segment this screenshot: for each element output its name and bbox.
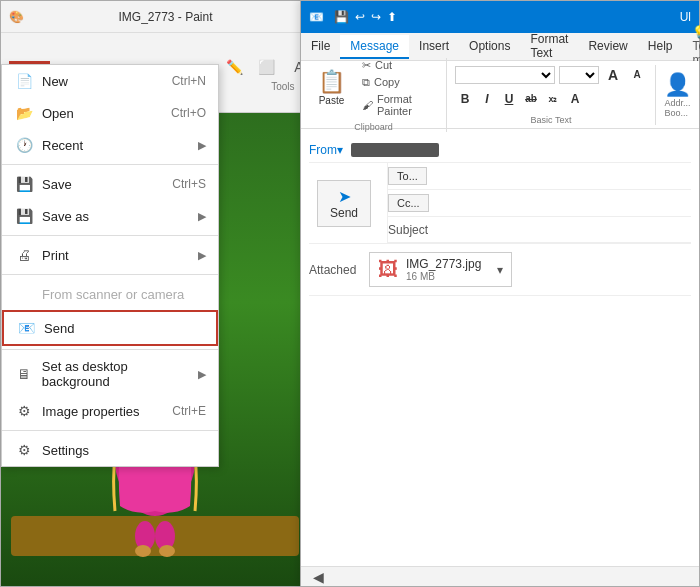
outlook-title: Ul bbox=[403, 10, 691, 24]
outlook-ribbon: 📋 Paste ✂ Cut ⧉ Copy 🖌 Format Painter bbox=[301, 61, 699, 129]
menu-item-save[interactable]: 💾 Save Ctrl+S bbox=[2, 168, 218, 200]
tab-options[interactable]: Options bbox=[459, 35, 520, 59]
send-button[interactable]: ➤ Send bbox=[317, 180, 371, 227]
paste-label: Paste bbox=[319, 95, 345, 106]
pencil-icon[interactable]: ✏️ bbox=[221, 53, 249, 81]
to-row: To... bbox=[388, 163, 691, 190]
menu-item-image-props[interactable]: ⚙ Image properties Ctrl+E bbox=[2, 395, 218, 427]
cut-button[interactable]: ✂ Cut bbox=[358, 58, 438, 73]
save-as-icon: 💾 bbox=[14, 206, 34, 226]
menu-item-settings[interactable]: ⚙ Settings bbox=[2, 434, 218, 466]
font-color-button[interactable]: A bbox=[565, 89, 585, 109]
format-painter-icon: 🖌 bbox=[362, 99, 373, 111]
scroll-left-icon[interactable]: ◀ bbox=[309, 569, 328, 585]
text-format-group: A A B I U ab x₂ A Basic Text bbox=[455, 65, 656, 125]
send-fields: To... Cc... Subject bbox=[388, 163, 691, 243]
cc-field[interactable] bbox=[433, 196, 691, 210]
menu-item-open[interactable]: 📂 Open Ctrl+O bbox=[2, 97, 218, 129]
paint-titlebar: 🎨 IMG_2773 - Paint bbox=[1, 1, 309, 33]
separator-5 bbox=[2, 430, 218, 431]
desktop-arrow: ▶ bbox=[198, 368, 206, 381]
format-buttons: B I U ab x₂ A bbox=[455, 89, 647, 109]
recent-arrow: ▶ bbox=[198, 139, 206, 152]
send-menu-label: Send bbox=[44, 321, 74, 336]
tab-review[interactable]: Review bbox=[578, 35, 637, 59]
tab-file[interactable]: File bbox=[301, 35, 340, 59]
svg-point-7 bbox=[159, 545, 175, 557]
paint-title: IMG_2773 - Paint bbox=[30, 10, 301, 24]
strikethrough-button[interactable]: ab bbox=[521, 89, 541, 109]
svg-point-6 bbox=[135, 545, 151, 557]
copy-label: Copy bbox=[374, 76, 400, 88]
compose-body[interactable] bbox=[309, 296, 691, 558]
file-menu: 📄 New Ctrl+N 📂 Open Ctrl+O 🕐 Recent ▶ 💾 … bbox=[1, 64, 219, 467]
paint-app-icon: 🎨 bbox=[9, 10, 24, 24]
recent-label: Recent bbox=[42, 138, 83, 153]
font-shrink-button[interactable]: A bbox=[627, 65, 647, 85]
menu-item-desktop[interactable]: 🖥 Set as desktop background ▶ bbox=[2, 353, 218, 395]
save-as-label: Save as bbox=[42, 209, 89, 224]
settings-icon: ⚙ bbox=[14, 440, 34, 460]
outlook-undo-icon[interactable]: ↩ bbox=[355, 10, 365, 24]
to-field[interactable] bbox=[431, 169, 691, 183]
paint-window: 🎨 IMG_2773 - Paint File View 💾 ↩ ↪ ✏️ ⬜ … bbox=[0, 0, 310, 587]
menu-item-new[interactable]: 📄 New Ctrl+N bbox=[2, 65, 218, 97]
subscript-button[interactable]: x₂ bbox=[543, 89, 563, 109]
underline-button[interactable]: U bbox=[499, 89, 519, 109]
new-label: New bbox=[42, 74, 68, 89]
font-size-dropdown[interactable] bbox=[559, 66, 599, 84]
bold-button[interactable]: B bbox=[455, 89, 475, 109]
separator-3 bbox=[2, 274, 218, 275]
outlook-save-icon[interactable]: 💾 bbox=[334, 10, 349, 24]
menu-item-send[interactable]: 📧 Send bbox=[2, 310, 218, 346]
send-to-block: ➤ Send To... Cc... Subject bbox=[309, 163, 691, 244]
italic-button[interactable]: I bbox=[477, 89, 497, 109]
cc-button[interactable]: Cc... bbox=[388, 194, 429, 212]
attachment-box[interactable]: 🖼 IMG_2773.jpg 16 MB ▾ bbox=[369, 252, 512, 287]
from-dropdown[interactable]: From▾ bbox=[309, 143, 343, 157]
separator-2 bbox=[2, 235, 218, 236]
address-book-label: Addr...Boo... bbox=[664, 98, 690, 118]
open-label: Open bbox=[42, 106, 74, 121]
copy-button[interactable]: ⧉ Copy bbox=[358, 75, 438, 90]
from-email: **redacted**@m bbox=[351, 143, 439, 157]
open-shortcut: Ctrl+O bbox=[171, 106, 206, 120]
tab-help[interactable]: Help bbox=[638, 35, 683, 59]
font-selector: A A bbox=[455, 65, 647, 85]
image-props-icon: ⚙ bbox=[14, 401, 34, 421]
cut-label: Cut bbox=[375, 59, 392, 71]
subject-field[interactable] bbox=[448, 223, 691, 237]
separator-1 bbox=[2, 164, 218, 165]
separator-4 bbox=[2, 349, 218, 350]
scanner-icon bbox=[14, 284, 34, 304]
outlook-redo-icon[interactable]: ↪ bbox=[371, 10, 381, 24]
new-icon: 📄 bbox=[14, 71, 34, 91]
image-props-label: Image properties bbox=[42, 404, 140, 419]
to-button[interactable]: To... bbox=[388, 167, 427, 185]
tab-insert[interactable]: Insert bbox=[409, 35, 459, 59]
recent-icon: 🕐 bbox=[14, 135, 34, 155]
menu-item-recent[interactable]: 🕐 Recent ▶ bbox=[2, 129, 218, 161]
tab-message[interactable]: Message bbox=[340, 35, 409, 59]
settings-label: Settings bbox=[42, 443, 89, 458]
save-menu-icon: 💾 bbox=[14, 174, 34, 194]
subject-row: Subject bbox=[388, 217, 691, 243]
address-book-icon[interactable]: 👤 bbox=[664, 72, 691, 98]
send-button-icon: ➤ bbox=[338, 187, 351, 206]
attachment-dropdown-icon[interactable]: ▾ bbox=[497, 263, 503, 277]
menu-item-print[interactable]: 🖨 Print ▶ bbox=[2, 239, 218, 271]
tab-format-text[interactable]: Format Text bbox=[520, 28, 578, 66]
address-book-group: 👤 Addr...Boo... bbox=[664, 72, 691, 118]
eraser-icon[interactable]: ⬜ bbox=[253, 53, 281, 81]
menu-item-save-as[interactable]: 💾 Save as ▶ bbox=[2, 200, 218, 232]
paste-button[interactable]: 📋 Paste bbox=[309, 64, 354, 111]
font-dropdown[interactable] bbox=[455, 66, 555, 84]
bottom-strip: ◀ bbox=[301, 566, 699, 586]
outlook-up-icon[interactable]: ⬆ bbox=[387, 10, 397, 24]
print-icon: 🖨 bbox=[14, 245, 34, 265]
format-painter-button[interactable]: 🖌 Format Painter bbox=[358, 92, 438, 118]
font-grow-button[interactable]: A bbox=[603, 65, 623, 85]
attachment-size: 16 MB bbox=[406, 271, 481, 282]
format-painter-label: Format Painter bbox=[377, 93, 434, 117]
menu-item-scanner: From scanner or camera bbox=[2, 278, 218, 310]
